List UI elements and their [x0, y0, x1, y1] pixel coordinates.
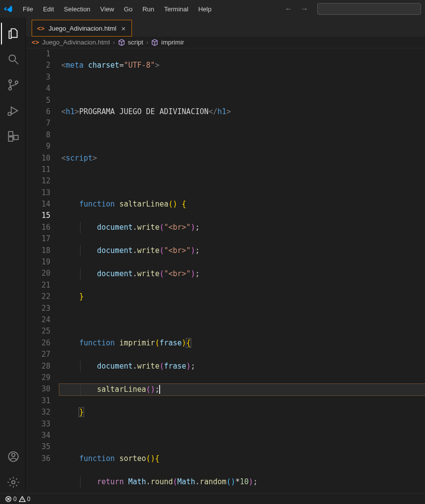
command-center-input[interactable]: [317, 3, 421, 15]
svg-point-1: [8, 80, 11, 83]
svg-point-0: [9, 55, 15, 61]
search-button[interactable]: [1, 48, 25, 70]
html-file-icon: <>: [32, 39, 39, 46]
menu-edit[interactable]: Edit: [39, 3, 58, 15]
menu-selection[interactable]: Selection: [60, 3, 94, 15]
chevron-right-icon: ›: [113, 39, 115, 46]
title-bar: File Edit Selection View Go Run Terminal…: [0, 0, 425, 18]
breadcrumb-file[interactable]: Juego_Adivinacion.html: [42, 39, 110, 46]
breadcrumb-script[interactable]: script: [128, 39, 143, 46]
gear-icon: [7, 476, 20, 489]
activity-bar: [0, 18, 26, 493]
menu-go[interactable]: Go: [120, 3, 136, 15]
branch-icon: [7, 79, 20, 91]
svg-rect-7: [14, 135, 18, 140]
menu-view[interactable]: View: [96, 3, 118, 15]
search-icon: [7, 53, 20, 66]
nav-forward-button[interactable]: →: [298, 2, 311, 15]
tab-filename: Juego_Adivinacion.html: [48, 25, 116, 32]
menu-run[interactable]: Run: [138, 3, 158, 15]
extensions-icon: [7, 130, 20, 143]
menu-terminal[interactable]: Terminal: [160, 3, 192, 15]
svg-point-2: [8, 87, 11, 90]
svg-point-3: [15, 81, 17, 84]
error-icon: [5, 496, 12, 503]
symbol-icon: [118, 39, 125, 46]
svg-point-10: [11, 481, 15, 484]
line-number-gutter: 123456 789101112 131415161718 1920212223…: [26, 48, 59, 493]
svg-rect-5: [8, 131, 13, 136]
svg-point-4: [8, 112, 11, 116]
settings-button[interactable]: [1, 471, 25, 493]
explorer-button[interactable]: [1, 23, 25, 44]
nav-back-button[interactable]: ←: [282, 2, 296, 15]
close-icon[interactable]: ×: [121, 24, 127, 33]
run-debug-button[interactable]: [1, 100, 25, 122]
breadcrumb-function[interactable]: imprimir: [161, 39, 184, 46]
errors-indicator[interactable]: 0: [5, 496, 17, 503]
breadcrumb[interactable]: <> Juego_Adivinacion.html › script › imp…: [26, 37, 425, 48]
menu-help[interactable]: Help: [194, 3, 215, 15]
text-cursor: [159, 385, 160, 394]
tab-juego-adivinacion[interactable]: <> Juego_Adivinacion.html ×: [32, 20, 132, 37]
files-icon: [7, 27, 20, 40]
vscode-icon: [4, 4, 13, 13]
code-content[interactable]: <meta charset="UTF-8"> <h1>PROGRAMA JUEG…: [59, 48, 425, 493]
editor-tabs: <> Juego_Adivinacion.html ×: [26, 18, 425, 37]
warning-icon: [19, 496, 26, 503]
source-control-button[interactable]: [1, 74, 25, 96]
main-menu: File Edit Selection View Go Run Terminal…: [19, 3, 215, 15]
account-icon: [7, 450, 20, 463]
code-editor[interactable]: 123456 789101112 131415161718 1920212223…: [26, 48, 425, 493]
status-bar: 0 0: [0, 493, 425, 504]
extensions-button[interactable]: [1, 126, 25, 147]
accounts-button[interactable]: [1, 446, 25, 467]
menu-file[interactable]: File: [19, 3, 37, 15]
svg-point-9: [11, 454, 15, 457]
warnings-indicator[interactable]: 0: [19, 496, 31, 503]
symbol-icon: [151, 39, 158, 46]
html-file-icon: <>: [37, 25, 44, 32]
chevron-right-icon: ›: [146, 39, 148, 46]
play-bug-icon: [7, 104, 20, 117]
svg-rect-6: [8, 137, 13, 141]
